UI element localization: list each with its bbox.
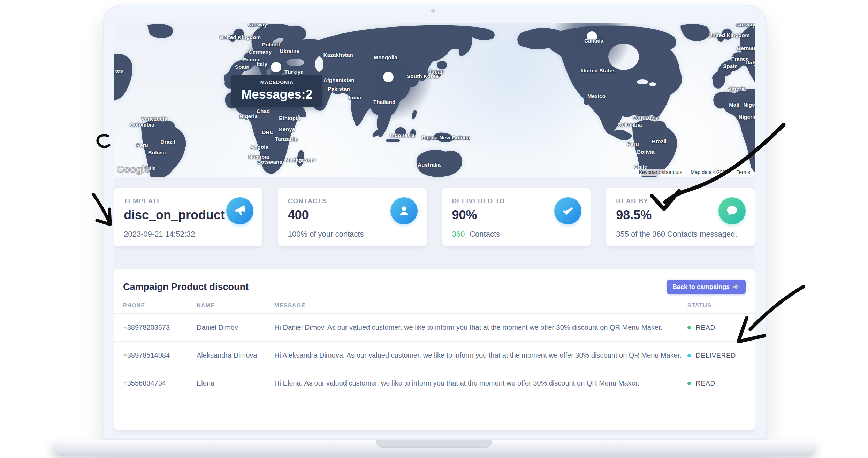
map-country-label: Colombia <box>130 122 154 128</box>
back-button-label: Back to campaings <box>672 283 730 291</box>
map-country-label: Algeria <box>728 85 746 91</box>
map-country-label: Ukraine <box>280 48 299 54</box>
tooltip-messages: Messages:2 <box>241 87 312 102</box>
check-icon <box>554 197 581 224</box>
stat-card-template: TEMPLATE disc_on_product 2023-09-21 14:5… <box>114 188 262 246</box>
map-marker-china[interactable] <box>383 72 394 82</box>
delivered-label: Contacts <box>470 230 500 238</box>
table-row[interactable]: +3556834734 Elena Hi Elena. As our value… <box>114 369 755 397</box>
map-marker-macedonia[interactable] <box>271 62 281 72</box>
status-dot-icon <box>687 382 691 385</box>
cell-phone: +38978203673 <box>123 323 197 331</box>
user-icon <box>390 197 418 224</box>
map-country-label: Kazakhstan <box>323 52 353 58</box>
map-country-label: Madagascar <box>285 157 316 163</box>
map-country-label: Angola <box>250 144 268 150</box>
campaign-header: Campaign Product discount Back to campai… <box>114 269 755 298</box>
laptop-base-notch <box>376 440 492 448</box>
status-label: DELIVERED <box>696 352 736 359</box>
google-logo: Google <box>117 164 150 175</box>
cell-status: READ <box>687 380 755 387</box>
map-country-label: Pakistan <box>328 85 350 91</box>
delivered-count: 360 <box>452 230 465 238</box>
map-attribution: Keyboard shortcuts Map data ©2023 Terms <box>636 169 753 176</box>
map-country-label: Afghanistan <box>323 77 355 83</box>
map-country-label: Germany <box>249 49 272 55</box>
map-country-label: Papua New Guinea <box>422 134 470 140</box>
status-dot-icon <box>687 354 691 357</box>
laptop-mockup: Norway United Kingdom Poland Germany Ukr… <box>103 5 767 440</box>
cell-message: Hi Daniel Dimov. As our valued customer,… <box>274 323 687 331</box>
map-country-label: Nigeria <box>239 113 258 119</box>
header-message: MESSAGE <box>274 303 687 309</box>
campaign-panel: Campaign Product discount Back to campai… <box>114 269 755 430</box>
map-country-label: Venezuela <box>633 114 658 120</box>
map-country-label: Poland <box>262 41 280 47</box>
map-country-label: Chad <box>257 108 270 114</box>
map-country-label: Spain <box>723 63 738 69</box>
map-country-label: Norway <box>736 23 755 28</box>
map-country-label: Peru <box>136 142 148 148</box>
campaign-title: Campaign Product discount <box>123 282 249 292</box>
laptop-base <box>52 440 816 456</box>
map-tooltip: MACEDONIA Messages:2 <box>231 75 322 107</box>
cell-name: Elena <box>197 379 274 387</box>
map-country-label: Peru <box>627 141 639 147</box>
map-country-label: Nigeria <box>739 114 755 120</box>
map-country-label: Japan <box>428 69 444 75</box>
cell-phone: +38978514084 <box>123 351 197 359</box>
map-country-label: Italy <box>746 60 755 66</box>
stat-card-delivered: DELIVERED TO 90% 360Contacts <box>442 188 591 246</box>
cell-name: Daniel Dimov <box>197 323 274 331</box>
cell-message: Hi Elena. As our valued customer, we lik… <box>274 379 687 387</box>
cell-message: Hi Aleksandra Dimova. As our valued cust… <box>274 351 687 359</box>
map-country-label: Tanzania <box>275 136 298 142</box>
megaphone-emoji-icon <box>732 283 740 291</box>
map-country-label: Colombia <box>618 122 642 128</box>
tooltip-country: MACEDONIA <box>260 79 294 85</box>
cell-name: Aleksandra Dimova <box>197 351 274 359</box>
cell-status: READ <box>687 324 755 331</box>
table-row[interactable]: +38978203673 Daniel Dimov Hi Daniel Dimo… <box>114 314 755 342</box>
status-label: READ <box>696 380 715 387</box>
table-body: +38978203673 Daniel Dimov Hi Daniel Dimo… <box>114 314 755 397</box>
map-country-label: Kenya <box>279 126 295 132</box>
map-country-label: Indonesia <box>390 132 415 138</box>
map-country-label: tes <box>115 68 123 74</box>
stat-subtext: 360Contacts <box>452 230 500 239</box>
map-country-label: Niger <box>743 101 755 107</box>
back-to-campaigns-button[interactable]: Back to campaings <box>667 280 746 294</box>
map-data-copyright: Map data ©2023 <box>688 169 730 176</box>
chat-bubble-icon <box>718 197 746 224</box>
status-dot-icon <box>687 326 691 329</box>
map-country-label: Mexico <box>587 93 606 99</box>
map-country-label: Thailand <box>373 99 395 105</box>
map-country-label: United Kingdom <box>708 32 750 38</box>
header-status: STATUS <box>687 303 755 309</box>
map-country-label: India <box>349 94 361 100</box>
map-country-label: Mali <box>729 101 739 107</box>
stat-subtext: 100% of your contacts <box>288 230 364 239</box>
map-country-label: Brazil <box>160 139 175 145</box>
keyboard-shortcuts-link[interactable]: Keyboard shortcuts <box>636 169 685 176</box>
map-country-label: Germany <box>737 45 755 51</box>
megaphone-icon <box>226 197 253 224</box>
terms-link[interactable]: Terms <box>734 169 753 176</box>
map-country-label: United States <box>581 67 615 73</box>
world-map[interactable]: Norway United Kingdom Poland Germany Ukr… <box>114 23 755 177</box>
table-header-row: PHONE NAME MESSAGE STATUS <box>114 298 755 314</box>
stat-card-contacts: CONTACTS 400 100% of your contacts <box>278 188 427 246</box>
stat-subtext: 2023-09-21 14:52:32 <box>124 230 195 239</box>
cell-phone: +3556834734 <box>123 379 197 387</box>
map-landmasses <box>114 23 755 177</box>
map-country-label: Italy <box>257 61 267 67</box>
map-country-label: DRC <box>262 129 274 135</box>
map-country-label: Bolivia <box>637 148 655 154</box>
map-country-label: Bolivia <box>148 149 166 155</box>
stat-cards-row: TEMPLATE disc_on_product 2023-09-21 14:5… <box>114 188 755 246</box>
map-country-label: Venezuela <box>142 115 167 121</box>
map-country-label: Mongolia <box>374 54 397 60</box>
map-country-label: Norway <box>248 23 267 28</box>
table-row[interactable]: +38978514084 Aleksandra Dimova Hi Aleksa… <box>114 342 755 369</box>
header-phone: PHONE <box>123 303 197 309</box>
